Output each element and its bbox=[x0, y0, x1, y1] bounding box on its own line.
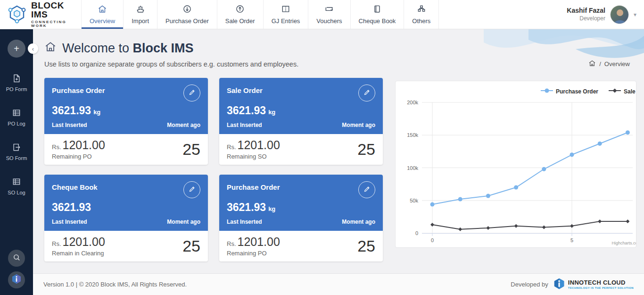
file-export-icon bbox=[12, 143, 21, 153]
file-plus-icon bbox=[12, 74, 21, 84]
card-title: Cheque Book bbox=[52, 181, 98, 191]
avatar[interactable] bbox=[610, 5, 629, 24]
tab-label: Cheque Book bbox=[359, 17, 396, 25]
home-outline-icon bbox=[44, 41, 57, 56]
brand-logo[interactable]: BLOCK IMS CONNECTING WORK bbox=[0, 0, 81, 29]
sidebar-item-label: SO Log bbox=[8, 190, 25, 195]
svg-text:0: 0 bbox=[415, 230, 418, 236]
breadcrumb: / Overview bbox=[588, 59, 633, 68]
modules-icon bbox=[417, 4, 426, 15]
legend-item-purchase-order[interactable]: Purchase Order bbox=[541, 88, 598, 95]
tab-overview[interactable]: Overview bbox=[81, 0, 124, 29]
card-value: 3621.93 bbox=[52, 104, 91, 117]
home-icon bbox=[98, 4, 107, 15]
card-meta-label: Last Inserted bbox=[52, 219, 87, 225]
tab-purchase-order[interactable]: Purchase Order bbox=[157, 0, 217, 29]
book-icon bbox=[372, 4, 382, 15]
edit-button[interactable] bbox=[358, 84, 375, 101]
currency-label: Rs. bbox=[52, 143, 61, 151]
legend-item-sale-order[interactable]: Sale Order bbox=[609, 88, 636, 95]
pencil-icon bbox=[189, 89, 196, 98]
sidebar-item-so-log[interactable]: SO Log bbox=[8, 177, 25, 195]
card-unit: kg bbox=[268, 109, 275, 116]
breadcrumb-home-icon[interactable] bbox=[588, 59, 596, 68]
card-amount-label: Remaining PO bbox=[227, 250, 280, 257]
card-purchase-order-2: Purchase Order 3621.93kg Last Inserted M… bbox=[219, 175, 383, 261]
card-value: 3621.93 bbox=[227, 104, 266, 117]
user-menu[interactable]: Kashif Fazal Developer ▾ bbox=[567, 0, 644, 29]
tab-sale-order[interactable]: Sale Order bbox=[217, 0, 264, 29]
currency-label: Rs. bbox=[227, 240, 236, 247]
tab-label: Others bbox=[412, 17, 430, 25]
footer: Version 1.0 | © 2020 Block IMS, All Righ… bbox=[33, 273, 644, 295]
brand-tagline: CONNECTING WORK bbox=[31, 20, 75, 28]
sidebar-item-po-log[interactable]: PO Log bbox=[8, 108, 25, 126]
card-amount-label: Remain in Clearing bbox=[52, 250, 105, 257]
card-cheque-book: Cheque Book 3621.93 Last Inserted Moment… bbox=[44, 175, 208, 261]
card-amount: 1201.00 bbox=[63, 138, 105, 152]
card-meta-value: Moment ago bbox=[167, 219, 200, 225]
edit-button[interactable] bbox=[183, 181, 200, 198]
card-meta-label: Last Inserted bbox=[227, 122, 262, 128]
innotech-cloud-logo[interactable]: INNOTECH CLOUD TECHNOLOGY IS THE PERFECT… bbox=[553, 278, 634, 291]
ship-icon bbox=[136, 4, 145, 15]
card-unit: kg bbox=[268, 205, 275, 212]
info-button[interactable] bbox=[8, 271, 25, 288]
svg-text:150k: 150k bbox=[407, 132, 418, 138]
chart-plot-area: 050k100k150k200k05 bbox=[396, 81, 636, 248]
legend-marker-circle-icon bbox=[541, 88, 553, 95]
tab-import[interactable]: Import bbox=[124, 0, 157, 29]
sidebar-item-po-form[interactable]: PO Form bbox=[6, 74, 27, 92]
add-button[interactable]: + bbox=[8, 40, 25, 58]
card-value: 3621.93 bbox=[52, 201, 91, 214]
card-purchase-order-1: Purchase Order 3621.93kg Last Inserted M… bbox=[44, 78, 208, 165]
svg-text:200k: 200k bbox=[407, 100, 418, 105]
orders-line-chart: 050k100k150k200k05 Purchase Order Sale O… bbox=[395, 81, 636, 248]
edit-button[interactable] bbox=[358, 181, 375, 198]
tab-cheque-book[interactable]: Cheque Book bbox=[351, 0, 405, 29]
card-sale-order: Sale Order 3621.93kg Last Inserted Momen… bbox=[219, 78, 383, 165]
card-amount: 1201.00 bbox=[238, 138, 280, 152]
card-unit: kg bbox=[93, 109, 100, 116]
card-count: 25 bbox=[357, 237, 375, 255]
brand-name: BLOCK IMS bbox=[31, 1, 75, 19]
chart-legend: Purchase Order Sale Order bbox=[541, 88, 636, 95]
card-title: Sale Order bbox=[227, 84, 263, 94]
search-button[interactable] bbox=[8, 250, 25, 267]
currency-label: Rs. bbox=[227, 143, 236, 151]
main-nav: Overview Import Purchase Order Sale Orde… bbox=[81, 0, 439, 29]
tab-gj-entries[interactable]: GJ Entries bbox=[264, 0, 309, 29]
card-amount: 1201.00 bbox=[63, 235, 105, 249]
tab-others[interactable]: Others bbox=[404, 0, 439, 29]
tab-label: Overview bbox=[90, 17, 115, 25]
tab-vouchers[interactable]: Vouchers bbox=[308, 0, 350, 29]
card-amount-label: Remaining PO bbox=[52, 153, 105, 160]
circle-arrow-up-icon bbox=[235, 4, 245, 15]
card-amount-label: Remaining SO bbox=[227, 153, 280, 160]
sidebar-collapse-toggle[interactable]: ‹ bbox=[28, 43, 38, 54]
card-count: 25 bbox=[182, 237, 200, 255]
user-role: Developer bbox=[567, 15, 605, 22]
card-meta-value: Moment ago bbox=[342, 122, 375, 128]
card-meta-label: Last Inserted bbox=[52, 122, 87, 128]
breadcrumb-current[interactable]: Overview bbox=[604, 60, 630, 67]
main-content: Welcome to Block IMS Use lists to organi… bbox=[33, 29, 644, 295]
svg-text:0: 0 bbox=[431, 237, 434, 243]
svg-text:50k: 50k bbox=[410, 198, 418, 203]
block-ims-logo-icon bbox=[7, 3, 27, 26]
tab-label: Vouchers bbox=[316, 17, 342, 25]
sidebar-item-so-form[interactable]: SO Form bbox=[6, 143, 27, 161]
edit-button[interactable] bbox=[183, 84, 200, 101]
page-title-brand: Block IMS bbox=[133, 41, 194, 55]
card-count: 25 bbox=[182, 140, 200, 159]
innotech-hexagon-icon bbox=[553, 278, 565, 291]
repeat-icon bbox=[324, 4, 334, 15]
innotech-name: INNOTECH CLOUD bbox=[568, 279, 634, 286]
stat-cards: Purchase Order 3621.93kg Last Inserted M… bbox=[44, 78, 383, 261]
tab-label: GJ Entries bbox=[272, 17, 300, 25]
sidebar-item-label: PO Form bbox=[6, 86, 27, 92]
innotech-mini-logo-icon bbox=[11, 273, 22, 287]
developed-by-label: Developed by bbox=[511, 281, 548, 288]
sidebar-item-label: SO Form bbox=[6, 155, 27, 161]
user-name: Kashif Fazal bbox=[567, 7, 605, 15]
